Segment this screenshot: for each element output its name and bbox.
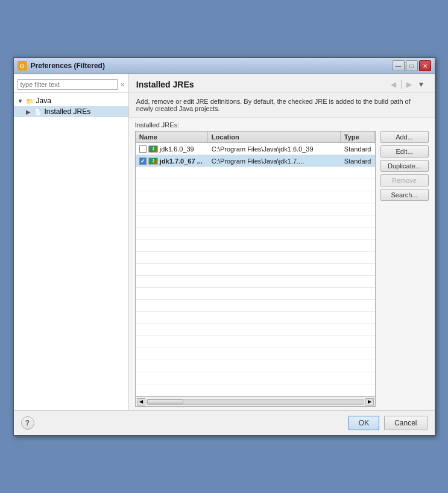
table-row-empty xyxy=(136,384,375,396)
cancel-button[interactable]: Cancel xyxy=(384,416,427,430)
table-row-empty xyxy=(136,264,375,276)
sidebar: ✕ ▼ 📁 Java ▶ 📄 Installed JREs xyxy=(14,74,129,410)
col-header-type: Type xyxy=(341,132,375,142)
tree-area: ▼ 📁 Java ▶ 📄 Installed JREs xyxy=(14,93,128,119)
search-button[interactable]: Search... xyxy=(380,189,429,201)
table-row[interactable]: J jdk1.6.0_39 C:\Program Files\Java\jdk1… xyxy=(136,143,375,155)
row-1-jre-icon: J xyxy=(148,145,158,153)
remove-button[interactable]: Remove xyxy=(380,174,429,186)
table-row-empty xyxy=(136,215,375,227)
tree-item-installed-jres[interactable]: ▶ 📄 Installed JREs xyxy=(14,106,128,117)
footer-left: ? xyxy=(21,416,34,430)
jre-tree-icon: 📄 xyxy=(33,107,43,116)
edit-button[interactable]: Edit... xyxy=(380,145,429,157)
title-bar: ⚙ Preferences (Filtered) — □ ✕ xyxy=(14,58,435,74)
row-2-jre-icon: J xyxy=(148,157,158,165)
jre-content: Installed JREs: Name Location Type xyxy=(129,118,435,410)
duplicate-button[interactable]: Duplicate... xyxy=(380,160,429,172)
table-row-empty xyxy=(136,372,375,384)
table-row-empty xyxy=(136,360,375,372)
table-row-empty xyxy=(136,312,375,324)
table-row-empty xyxy=(136,300,375,312)
jre-table: Name Location Type J jdk1.6.0_39 xyxy=(135,131,376,407)
row-2-name: ✓ J jdk1.7.0_67 ... xyxy=(136,156,208,166)
nav-arrows: ◀ ▶ ▼ xyxy=(388,79,427,90)
main-header: Installed JREs ◀ ▶ ▼ xyxy=(129,74,435,93)
table-body: J jdk1.6.0_39 C:\Program Files\Java\jdk1… xyxy=(136,143,375,396)
table-row-empty xyxy=(136,336,375,348)
add-button[interactable]: Add... xyxy=(380,131,429,143)
table-row-empty xyxy=(136,203,375,215)
side-buttons: Add... Edit... Duplicate... Remove Searc… xyxy=(380,131,429,407)
filter-clear-icon[interactable]: ✕ xyxy=(120,81,125,88)
row-1-name: J jdk1.6.0_39 xyxy=(136,144,208,154)
col-header-location: Location xyxy=(208,132,341,142)
jre-table-label: Installed JREs: xyxy=(135,121,429,129)
scroll-left-button[interactable]: ◀ xyxy=(137,398,145,406)
folder-icon-java: 📁 xyxy=(25,97,34,105)
table-row-empty xyxy=(136,252,375,264)
window-title: Preferences (Filtered) xyxy=(31,62,389,70)
tree-item-java[interactable]: ▼ 📁 Java xyxy=(14,95,128,106)
scroll-thumb[interactable] xyxy=(147,399,183,404)
nav-dropdown-button[interactable]: ▼ xyxy=(415,79,427,90)
row-1-checkbox[interactable] xyxy=(139,145,147,153)
table-row-empty xyxy=(136,167,375,179)
title-bar-buttons: — □ ✕ xyxy=(393,60,431,71)
scroll-track[interactable] xyxy=(147,399,364,405)
table-row-empty xyxy=(136,348,375,360)
minimize-button[interactable]: — xyxy=(393,60,405,71)
nav-separator xyxy=(401,80,402,89)
tree-label-java: Java xyxy=(36,97,51,105)
table-row-empty xyxy=(136,240,375,252)
tree-arrow-installed-jres: ▶ xyxy=(26,109,33,115)
row-2-location: C:\Program Files\Java\jdk1.7.... xyxy=(208,156,341,166)
tree-arrow-java: ▼ xyxy=(17,98,25,104)
table-row-empty xyxy=(136,179,375,191)
close-button[interactable]: ✕ xyxy=(419,60,431,71)
footer-right: OK Cancel xyxy=(349,416,427,430)
description-text: Add, remove or edit JRE definitions. By … xyxy=(136,98,411,112)
ok-button[interactable]: OK xyxy=(349,416,379,430)
help-button[interactable]: ? xyxy=(21,416,34,430)
col-header-name: Name xyxy=(136,132,208,142)
row-2-type: Standard xyxy=(341,156,375,166)
row-1-location: C:\Program Files\Java\jdk1.6.0_39 xyxy=(208,144,341,154)
table-row-empty xyxy=(136,276,375,288)
description-area: Add, remove or edit JRE definitions. By … xyxy=(129,93,435,118)
maximize-button[interactable]: □ xyxy=(406,60,418,71)
scroll-right-button[interactable]: ▶ xyxy=(365,398,374,406)
table-row-empty xyxy=(136,227,375,240)
footer: ? OK Cancel xyxy=(14,410,435,435)
table-row[interactable]: ✓ J jdk1.7.0_67 ... C:\Program Files\Jav… xyxy=(136,155,375,167)
content-area: ✕ ▼ 📁 Java ▶ 📄 Installed JREs Installed … xyxy=(14,74,435,410)
table-header: Name Location Type xyxy=(136,132,375,143)
jre-table-container: Name Location Type J jdk1.6.0_39 xyxy=(135,131,429,407)
window-icon: ⚙ xyxy=(17,61,27,71)
row-1-name-text: jdk1.6.0_39 xyxy=(160,145,194,153)
horizontal-scrollbar: ◀ ▶ xyxy=(136,396,375,406)
row-1-type: Standard xyxy=(341,144,375,154)
table-row-empty xyxy=(136,191,375,203)
nav-back-button[interactable]: ◀ xyxy=(388,79,399,90)
preferences-window: ⚙ Preferences (Filtered) — □ ✕ ✕ ▼ 📁 Jav… xyxy=(13,57,435,436)
filter-input-wrapper: ✕ xyxy=(14,77,128,93)
filter-input[interactable] xyxy=(17,79,118,90)
table-row-empty xyxy=(136,324,375,336)
row-2-checkbox[interactable]: ✓ xyxy=(139,157,147,165)
main-panel: Installed JREs ◀ ▶ ▼ Add, remove or edit… xyxy=(129,74,435,410)
row-2-name-text: jdk1.7.0_67 ... xyxy=(160,157,203,165)
nav-forward-button[interactable]: ▶ xyxy=(404,79,414,90)
main-panel-title: Installed JREs xyxy=(136,80,194,89)
tree-label-installed-jres: Installed JREs xyxy=(45,107,91,116)
table-row-empty xyxy=(136,288,375,300)
